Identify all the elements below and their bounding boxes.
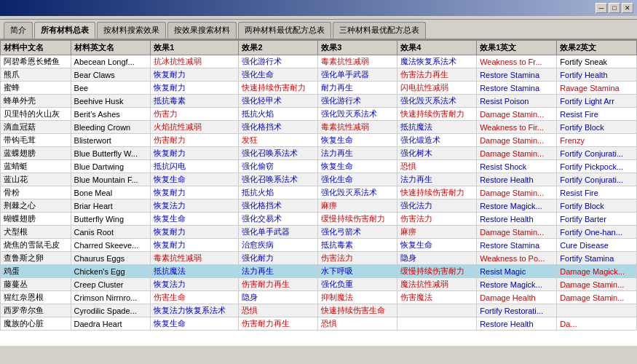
maximize-button[interactable]: □ xyxy=(609,3,620,13)
cell-15-1: Chaurus Eggs xyxy=(71,252,151,265)
table-row[interactable]: 查鲁斯之卵Chaurus Eggs毒素抗性减弱强化耐力伤害法力隐身Weaknes… xyxy=(1,252,637,265)
table-row[interactable]: 熊爪Bear Claws恢复耐力强化生命强化单手武器伤害法力再生Restore … xyxy=(1,68,637,82)
cell-18-5: 伤害魔法 xyxy=(397,291,477,304)
cell-16-4: 水下呼吸 xyxy=(318,265,397,278)
tab-0[interactable]: 简介 xyxy=(4,22,33,39)
cell-7-6: Damage Stamin... xyxy=(477,147,557,160)
cell-14-2: 恢复耐力 xyxy=(151,239,239,252)
cell-7-4: 法力再生 xyxy=(318,147,397,160)
table-row[interactable]: 骨粉Bone Meal恢复耐力抵抗火焰强化毁灭系法术快速持续伤害耐力Damage… xyxy=(1,186,637,199)
cell-10-3: 抵抗火焰 xyxy=(239,186,318,199)
cell-2-1: Bee xyxy=(71,82,151,95)
cell-5-7: Fortify Block xyxy=(557,121,637,134)
cell-7-2: 恢复耐力 xyxy=(151,147,239,160)
cell-18-3: 隐身 xyxy=(239,291,318,304)
table-row[interactable]: 蓝蜻蜓Blue Dartwing抵抗闪电强化偷窃恢复生命恐惧Resist Sho… xyxy=(1,160,637,173)
col-header-4: 效果3 xyxy=(318,41,397,55)
cell-19-2: 恢复法力恢复系法术 xyxy=(151,304,239,317)
table-row[interactable]: 荆棘之心Briar Heart恢复法力强化格挡术麻痹强化法力Restore Ma… xyxy=(1,199,637,213)
cell-16-7: Damage Magick... xyxy=(557,265,637,278)
cell-1-4: 强化单手武器 xyxy=(318,68,397,82)
close-button[interactable]: ✕ xyxy=(622,3,633,13)
cell-11-4: 麻痹 xyxy=(318,199,397,213)
main-table-container[interactable]: 材料中文名材料英文名效果1效果2效果3效果4效果1英文效果2英文 阿碧希恩长鳍鱼… xyxy=(0,40,637,346)
tab-5[interactable]: 三种材料最优配方总表 xyxy=(333,22,426,39)
col-header-1: 材料英文名 xyxy=(71,41,151,55)
cell-4-1: Berit's Ashes xyxy=(71,108,151,121)
cell-5-6: Weakness to Fir... xyxy=(477,121,557,134)
table-row[interactable]: 鸡蛋Chicken's Egg抵抗魔法法力再生水下呼吸缓慢持续伤害耐力Resis… xyxy=(1,265,637,278)
cell-10-5: 快速持续伤害耐力 xyxy=(397,186,477,199)
table-row[interactable]: 西罗帝尔鱼Cyrodilic Spade...恢复法力恢复系法术恐惧快速持续伤害… xyxy=(1,304,637,317)
cell-0-6: Weakness to Fr... xyxy=(477,55,557,68)
cell-8-1: Blue Dartwing xyxy=(71,160,151,173)
table-row[interactable]: 犬型根Canis Root恢复耐力强化单手武器强化弓箭术麻痹Damage Sta… xyxy=(1,226,637,239)
table-row[interactable]: 藤蔓丛Creep Cluster恢复法力伤害耐力再生强化负重魔法抗性减弱Rest… xyxy=(1,278,637,291)
table-row[interactable]: 蓝山花Blue Mountain F...恢复生命强化召唤系法术强化生命法力再生… xyxy=(1,173,637,186)
cell-15-7: Fortify Stamina xyxy=(557,252,637,265)
cell-7-7: Fortify Conjurati... xyxy=(557,147,637,160)
table-row[interactable]: 贝里特的火山灰Berit's Ashes伤害力抵抗火焰强化毁灭系法术快速持续伤害… xyxy=(1,108,637,121)
cell-2-7: Ravage Stamina xyxy=(557,82,637,95)
materials-table: 材料中文名材料英文名效果1效果2效果3效果4效果1英文效果2英文 阿碧希恩长鳍鱼… xyxy=(0,40,637,331)
cell-9-2: 恢复生命 xyxy=(151,173,239,186)
tab-4[interactable]: 两种材料最优配方总表 xyxy=(238,22,331,39)
col-header-3: 效果2 xyxy=(239,41,318,55)
tab-3[interactable]: 按效果搜索材料 xyxy=(167,22,237,39)
cell-1-3: 强化生命 xyxy=(239,68,318,82)
cell-20-7: Da... xyxy=(557,317,637,331)
table-row[interactable]: 阿碧希恩长鳍鱼Abecean Longf...抗冰抗性减弱强化游行术毒素抗性减弱… xyxy=(1,55,637,68)
cell-16-0: 鸡蛋 xyxy=(1,265,71,278)
cell-3-7: Fortify Light Arr xyxy=(557,95,637,108)
cell-20-5 xyxy=(397,317,477,331)
cell-19-5 xyxy=(397,304,477,317)
table-row[interactable]: 魔族的心脏Daedra Heart恢复生命伤害耐力再生恐惧Restore Hea… xyxy=(1,317,637,331)
cell-1-2: 恢复耐力 xyxy=(151,68,239,82)
cell-12-7: Fortify Barter xyxy=(557,213,637,226)
cell-19-0: 西罗帝尔鱼 xyxy=(1,304,71,317)
table-row[interactable]: 烧焦的雪鼠毛皮Charred Skeeve...恢复耐力治愈疾病抵抗毒素恢复生命… xyxy=(1,239,637,252)
cell-20-0: 魔族的心脏 xyxy=(1,317,71,331)
tabs-bar: 简介所有材料总表按材料搜索效果按效果搜索材料两种材料最优配方总表三种材料最优配方… xyxy=(0,20,637,40)
cell-1-0: 熊爪 xyxy=(1,68,71,82)
minimize-button[interactable]: ─ xyxy=(596,3,607,13)
cell-4-0: 贝里特的火山灰 xyxy=(1,108,71,121)
table-row[interactable]: 蜂单外壳Beehive Husk抵抗毒素强化轻甲术强化游行术强化毁灭系法术Res… xyxy=(1,95,637,108)
col-header-5: 效果4 xyxy=(397,41,477,55)
cell-13-4: 强化弓箭术 xyxy=(318,226,397,239)
table-row[interactable]: 蝴蝶翅膀Butterfly Wing恢复生命强化交易术缓慢持续伤害耐力伤害法力R… xyxy=(1,213,637,226)
window-controls: ─ □ ✕ xyxy=(596,3,633,13)
cell-16-6: Resist Magic xyxy=(477,265,557,278)
cell-17-0: 藤蔓丛 xyxy=(1,278,71,291)
cell-0-2: 抗冰抗性减弱 xyxy=(151,55,239,68)
cell-15-5: 隐身 xyxy=(397,252,477,265)
cell-15-0: 查鲁斯之卵 xyxy=(1,252,71,265)
table-row[interactable]: 猩红奈恩根Crimson Nirrnro...伤害生命隐身抑制魔法伤害魔法Dam… xyxy=(1,291,637,304)
cell-2-0: 蜜蜂 xyxy=(1,82,71,95)
tab-1[interactable]: 所有材料总表 xyxy=(34,22,95,39)
table-row[interactable]: 带钩毛茸Blisterwort伤害耐力发狂恢复生命强化锻造术Damage Sta… xyxy=(1,134,637,147)
table-row[interactable]: 蜜蜂Bee恢复耐力快速持续伤害耐力耐力再生闪电抗性减弱Restore Stami… xyxy=(1,82,637,95)
cell-0-1: Abecean Longf... xyxy=(71,55,151,68)
cell-18-1: Crimson Nirrnro... xyxy=(71,291,151,304)
cell-19-7 xyxy=(557,304,637,317)
cell-2-4: 耐力再生 xyxy=(318,82,397,95)
cell-3-3: 强化轻甲术 xyxy=(239,95,318,108)
title-bar: ─ □ ✕ xyxy=(0,0,637,16)
cell-11-5: 强化法力 xyxy=(397,199,477,213)
cell-18-0: 猩红奈恩根 xyxy=(1,291,71,304)
cell-19-1: Cyrodilic Spade... xyxy=(71,304,151,317)
cell-11-3: 强化格挡术 xyxy=(239,199,318,213)
cell-16-5: 缓慢持续伤害耐力 xyxy=(397,265,477,278)
cell-9-1: Blue Mountain F... xyxy=(71,173,151,186)
cell-17-5: 魔法抗性减弱 xyxy=(397,278,477,291)
cell-4-7: Resist Fire xyxy=(557,108,637,121)
cell-9-0: 蓝山花 xyxy=(1,173,71,186)
cell-5-0: 滴血冠菇 xyxy=(1,121,71,134)
cell-6-1: Blisterwort xyxy=(71,134,151,147)
tab-2[interactable]: 按材料搜索效果 xyxy=(97,22,166,39)
cell-5-2: 火焰抗性减弱 xyxy=(151,121,239,134)
cell-8-4: 恢复生命 xyxy=(318,160,397,173)
table-row[interactable]: 蓝蝶翅膀Blue Butterfly W...恢复耐力强化召唤系法术法力再生强化… xyxy=(1,147,637,160)
table-row[interactable]: 滴血冠菇Bleeding Crown火焰抗性减弱强化格挡术毒素抗性减弱抵抗魔法W… xyxy=(1,121,637,134)
